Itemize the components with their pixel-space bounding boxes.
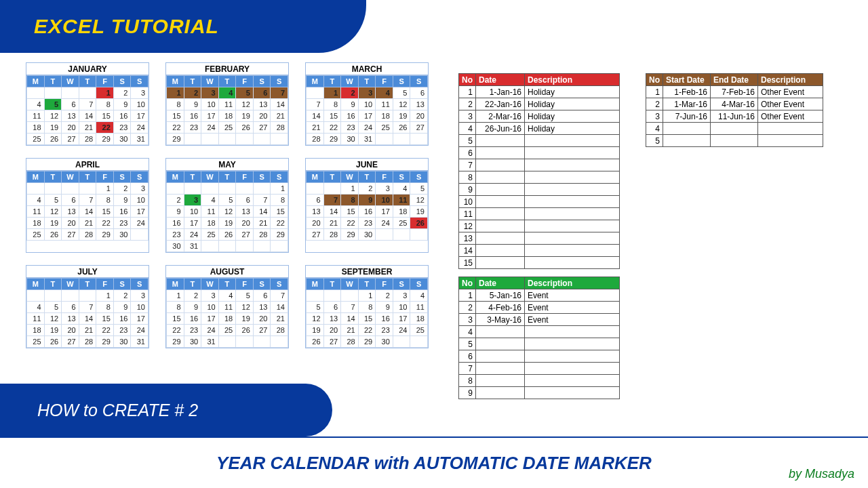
month-title: JANUARY	[26, 63, 149, 75]
month-june: JUNEMTWTFSS12345678910111213141516171819…	[305, 158, 429, 253]
top-banner-text: EXCEL TUTORIAL	[34, 15, 219, 38]
month-title: MARCH	[306, 63, 428, 75]
month-title: APRIL	[26, 159, 149, 171]
author-text: by Musadya	[789, 467, 854, 481]
month-title: MAY	[166, 159, 288, 171]
calendar-grid: JANUARYMTWTFSS12345678910111213141516171…	[26, 62, 433, 348]
bottom-banner-text: YEAR CALENDAR with AUTOMATIC DATE MARKER	[216, 453, 652, 474]
month-title: FEBRUARY	[166, 63, 288, 75]
range-table: NoStart DateEnd DateDescription11-Feb-16…	[646, 73, 823, 147]
holiday-table: NoDateDescription11-Jan-16Holiday222-Jan…	[458, 73, 620, 269]
top-banner: EXCEL TUTORIAL	[0, 0, 366, 53]
month-title: SEPTEMBER	[306, 266, 428, 278]
month-may: MAYMTWTFSS123456789101112131415161718192…	[165, 158, 289, 253]
month-title: JUNE	[306, 159, 428, 171]
month-september: SEPTEMBERMTWTFSS123456789101112131415161…	[305, 265, 429, 348]
month-march: MARCHMTWTFSS1234567891011121314151617181…	[305, 62, 429, 146]
month-january: JANUARYMTWTFSS12345678910111213141516171…	[26, 62, 149, 146]
mid-banner-text: HOW to CREATE # 2	[37, 401, 198, 420]
month-title: JULY	[26, 266, 149, 278]
month-august: AUGUSTMTWTFSS123456789101112131415161718…	[165, 265, 289, 348]
month-february: FEBRUARYMTWTFSS1234567891011121314151617…	[165, 62, 289, 146]
mid-banner: HOW to CREATE # 2	[0, 384, 332, 436]
event-table: NoDateDescription15-Jan-16Event24-Feb-16…	[458, 277, 620, 399]
month-title: AUGUST	[166, 266, 288, 278]
month-july: JULYMTWTFSS12345678910111213141516171819…	[26, 265, 149, 348]
bottom-banner: YEAR CALENDAR with AUTOMATIC DATE MARKER	[0, 436, 868, 488]
month-april: APRILMTWTFSS1234567891011121314151617181…	[26, 158, 149, 253]
